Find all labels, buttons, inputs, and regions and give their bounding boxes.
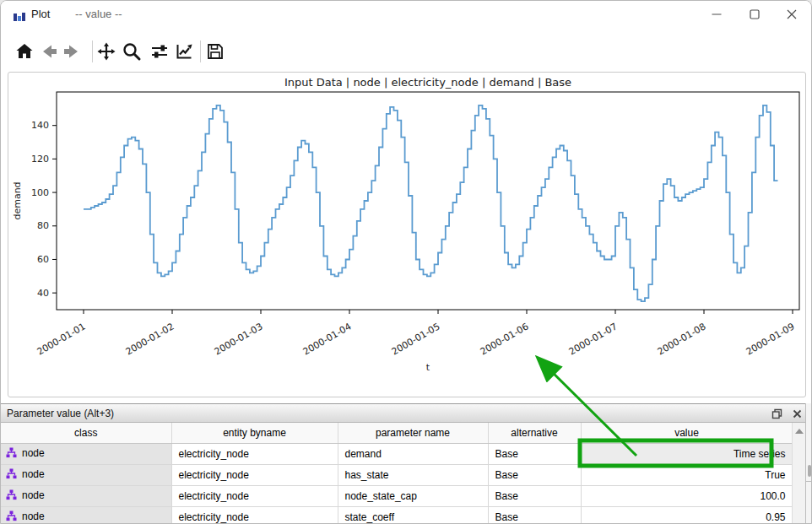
column-header-alternative[interactable]: alternative (488, 423, 581, 444)
forward-arrow-icon (62, 41, 82, 62)
cell-value[interactable]: True (581, 465, 793, 486)
y-tick-label: 40 (37, 288, 49, 299)
table-row[interactable]: node electricity_node demand Base Time s… (1, 444, 793, 465)
maximize-button[interactable] (736, 1, 773, 28)
axes-frame (57, 92, 799, 310)
window-edge-strip (805, 403, 812, 524)
entity-class-icon (6, 510, 17, 524)
parameter-value-dock: Parameter value (Alt+3) classentity byna… (1, 403, 812, 524)
table-row[interactable]: node electricity_node has_state Base Tru… (1, 465, 793, 486)
toolbar-separator (92, 41, 93, 62)
dock-title: Parameter value (Alt+3) (7, 408, 114, 419)
back-button[interactable] (37, 40, 61, 63)
cell-value[interactable]: 100.0 (581, 486, 793, 507)
cell-entity-byname[interactable]: electricity_node (171, 486, 338, 507)
edge-divider (806, 481, 812, 482)
dock-header[interactable]: Parameter value (Alt+3) (1, 403, 812, 423)
customize-plot-button[interactable] (172, 40, 196, 63)
configure-subplots-button[interactable] (148, 40, 171, 63)
x-tick-label: 2000-01-08 (656, 321, 708, 357)
plot-figure: 4060801001201402000-01-012000-01-022000-… (8, 73, 805, 397)
x-tick-label: 2000-01-05 (390, 321, 442, 357)
entity-class-icon (6, 447, 17, 461)
cell-parameter-name[interactable]: has_state (338, 465, 488, 486)
dock-float-button[interactable] (771, 408, 783, 420)
cell-value[interactable]: 0.95 (581, 507, 793, 524)
cell-alternative[interactable]: Base (488, 465, 581, 486)
sliders-icon (149, 41, 170, 62)
dock-close-button[interactable] (791, 408, 804, 420)
close-icon (793, 409, 802, 419)
y-tick-label: 120 (31, 154, 49, 165)
table-vertical-scrollbar[interactable] (792, 423, 805, 524)
entity-class-icon (6, 489, 17, 503)
cell-parameter-name[interactable]: demand (338, 444, 488, 465)
forward-button[interactable] (60, 40, 84, 63)
cell-entity-byname[interactable]: electricity_node (171, 444, 338, 465)
figure-canvas[interactable]: 4060801001201402000-01-012000-01-022000-… (8, 72, 806, 397)
cell-entity-byname[interactable]: electricity_node (171, 465, 338, 486)
table-header-row: classentity bynameparameter namealternat… (1, 423, 793, 444)
toolbar-separator (200, 41, 201, 62)
x-tick-label: 2000-01-07 (567, 321, 620, 357)
x-tick-label: 2000-01-01 (35, 321, 88, 357)
x-tick-label: 2000-01-09 (744, 321, 797, 357)
cell-alternative[interactable]: Base (488, 444, 581, 465)
cell-parameter-name[interactable]: node_state_cap (338, 486, 488, 507)
parameter-value-table: classentity bynameparameter namealternat… (1, 423, 793, 524)
back-arrow-icon (39, 41, 59, 62)
home-icon (14, 41, 35, 62)
save-button[interactable] (203, 40, 227, 63)
cell-parameter-name[interactable]: state_coeff (338, 507, 488, 524)
window-title: Plot (31, 8, 50, 20)
plot-app-icon (13, 8, 26, 22)
cell-class[interactable]: node (1, 444, 171, 465)
scroll-up-arrow-icon[interactable] (795, 429, 804, 434)
cell-alternative[interactable]: Base (488, 507, 581, 524)
table-row[interactable]: node electricity_node state_coeff Base 0… (1, 507, 793, 524)
x-axis-label: t (426, 362, 430, 373)
title-bar[interactable]: Plot -- value -- (1, 1, 811, 30)
plot-window: Plot -- value -- (0, 0, 812, 524)
cell-class[interactable]: node (1, 486, 171, 507)
x-tick-label: 2000-01-06 (479, 321, 531, 357)
y-tick-label: 80 (37, 220, 49, 231)
x-tick-label: 2000-01-04 (301, 321, 354, 357)
entity-class-icon (6, 468, 17, 482)
pan-icon (96, 41, 116, 62)
cell-class[interactable]: node (1, 507, 171, 524)
cell-alternative[interactable]: Base (488, 486, 581, 507)
float-window-icon (771, 408, 782, 419)
column-header-value[interactable]: value (581, 423, 793, 444)
plot-toolbar (1, 33, 811, 68)
column-header-class[interactable]: class (1, 423, 171, 444)
pan-button[interactable] (95, 40, 118, 63)
y-tick-label: 100 (31, 187, 49, 198)
save-floppy-icon (205, 41, 225, 62)
column-header-entity-byname[interactable]: entity byname (171, 423, 338, 444)
cell-entity-byname[interactable]: electricity_node (171, 507, 338, 524)
y-tick-label: 60 (37, 254, 49, 265)
splitter-handle[interactable] (808, 465, 811, 477)
x-tick-label: 2000-01-03 (213, 321, 265, 357)
magnifier-icon (122, 41, 142, 62)
minimize-button[interactable] (698, 1, 735, 28)
chart-title: Input Data | node | electricity_node | d… (284, 76, 571, 89)
close-button[interactable] (773, 1, 810, 28)
x-tick-label: 2000-01-02 (124, 321, 176, 357)
line-chart-icon (174, 41, 194, 62)
zoom-button[interactable] (120, 40, 143, 63)
y-axis-label: demand (12, 181, 23, 219)
y-tick-label: 140 (31, 120, 49, 131)
home-button[interactable] (13, 40, 36, 63)
cell-value[interactable]: Time series (581, 444, 793, 465)
cell-class[interactable]: node (1, 465, 171, 486)
window-subtitle: -- value -- (75, 8, 122, 20)
column-header-parameter-name[interactable]: parameter name (338, 423, 488, 444)
table-row[interactable]: node electricity_node node_state_cap Bas… (1, 486, 793, 507)
